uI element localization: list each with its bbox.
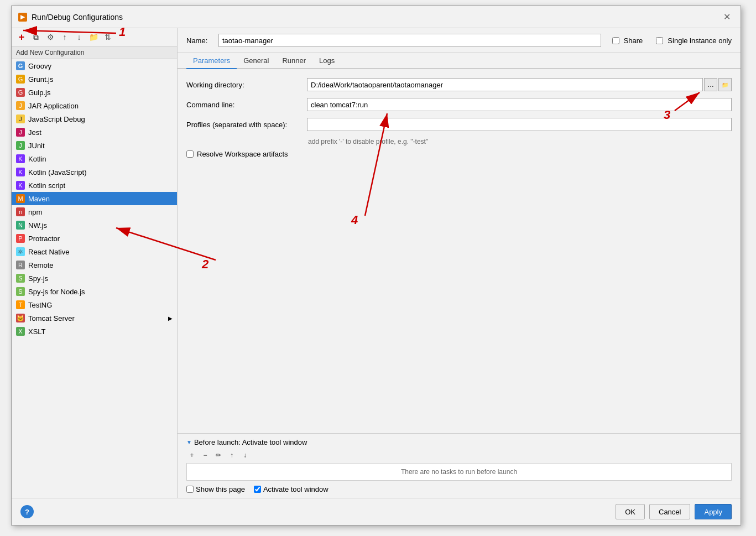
list-item-protractor[interactable]: P Protractor	[12, 232, 177, 245]
grunt-label: Grunt.js	[28, 75, 54, 84]
xslt-label: XSLT	[28, 327, 46, 336]
grunt-icon: G	[16, 75, 25, 84]
activate-tool-label: Activate tool window	[254, 485, 329, 493]
list-item-xslt[interactable]: X XSLT	[12, 325, 177, 338]
open-folder-button[interactable]: 📁	[87, 30, 100, 44]
before-launch-label: Before launch: Activate tool window	[194, 438, 307, 446]
activate-tool-checkbox[interactable]	[254, 486, 261, 493]
kotlin-js-label: Kotlin (JavaScript)	[28, 168, 86, 176]
tab-general[interactable]: General	[237, 53, 275, 69]
spy-js-node-icon: S	[16, 287, 25, 296]
list-item-spy-js-node[interactable]: S Spy-js for Node.js	[12, 285, 177, 298]
cancel-button[interactable]: Cancel	[649, 504, 690, 519]
show-page-checkbox[interactable]	[186, 486, 194, 493]
bl-edit-button[interactable]: ✏	[213, 450, 224, 461]
tomcat-icon: 🐱	[16, 314, 25, 322]
tab-logs[interactable]: Logs	[312, 53, 341, 69]
junit-label: JUnit	[28, 142, 45, 150]
close-button[interactable]: ✕	[720, 11, 734, 23]
junit-icon: J	[16, 141, 25, 150]
list-item-remote[interactable]: R Remote	[12, 258, 177, 272]
list-item-react-native[interactable]: ⚛ React Native	[12, 245, 177, 258]
title-bar: ▶ Run/Debug Configurations ✕	[12, 6, 741, 28]
help-button[interactable]: ?	[20, 505, 34, 518]
remote-label: Remote	[28, 261, 54, 269]
move-down-button[interactable]: ↓	[72, 30, 86, 44]
list-item-kotlin-js[interactable]: K Kotlin (JavaScript)	[12, 165, 177, 179]
run-debug-dialog: ▶ Run/Debug Configurations ✕ + ⧉ ⚙ ↑ ↓ 📁…	[11, 6, 741, 525]
left-panel: + ⧉ ⚙ ↑ ↓ 📁 ⇅ Add New Configuration G Gr…	[12, 28, 178, 498]
name-row: Name: Share Single instance only	[178, 28, 741, 53]
kotlin-label: Kotlin	[28, 155, 46, 163]
list-item-maven[interactable]: M Maven	[12, 192, 177, 205]
list-item-groovy[interactable]: G Groovy	[12, 59, 177, 72]
jar-icon: J	[16, 101, 25, 110]
protractor-label: Protractor	[28, 235, 60, 243]
tab-parameters[interactable]: Parameters	[186, 53, 237, 69]
gulp-label: Gulp.js	[28, 89, 50, 97]
share-checkbox[interactable]	[612, 37, 619, 44]
copy-config-button[interactable]: ⧉	[29, 30, 43, 44]
footer-buttons: OK Cancel Apply	[616, 504, 732, 519]
list-item-gulp[interactable]: G Gulp.js	[12, 86, 177, 99]
name-input[interactable]	[218, 34, 601, 47]
sort-button[interactable]: ⇅	[101, 30, 114, 44]
add-config-button[interactable]: +	[15, 30, 28, 44]
dialog-title: Run/Debug Configurations	[32, 13, 123, 22]
remote-icon: R	[16, 261, 25, 269]
working-directory-browse-btn[interactable]: …	[704, 78, 717, 91]
share-row: Share Single instance only	[612, 37, 732, 45]
working-directory-input[interactable]	[307, 78, 703, 91]
command-line-input[interactable]	[307, 98, 732, 111]
list-item-jest[interactable]: J Jest	[12, 126, 177, 139]
share-label: Share	[624, 37, 643, 45]
working-directory-folder-btn[interactable]: 📁	[718, 78, 732, 91]
kotlin-script-icon: K	[16, 181, 25, 190]
maven-icon: M	[16, 194, 25, 203]
resolve-artifacts-checkbox[interactable]	[186, 150, 194, 158]
ok-button[interactable]: OK	[616, 504, 645, 519]
bl-add-button[interactable]: +	[186, 450, 197, 461]
title-bar-left: ▶ Run/Debug Configurations	[18, 13, 123, 22]
profiles-input[interactable]	[307, 118, 732, 131]
resolve-artifacts-row: Resolve Workspace artifacts	[186, 150, 732, 158]
bl-up-button[interactable]: ↑	[226, 450, 237, 461]
tab-runner[interactable]: Runner	[275, 53, 312, 69]
list-item-kotlin-script[interactable]: K Kotlin script	[12, 179, 177, 192]
collapse-icon[interactable]: ▼	[186, 439, 192, 445]
list-item-jsdebug[interactable]: J JavaScript Debug	[12, 112, 177, 126]
single-instance-checkbox[interactable]	[656, 37, 663, 44]
show-page-label: Show this page	[186, 485, 245, 493]
config-settings-button[interactable]: ⚙	[44, 30, 57, 44]
protractor-icon: P	[16, 234, 25, 243]
npm-icon: n	[16, 207, 25, 216]
nw-icon: N	[16, 221, 25, 230]
list-item-npm[interactable]: n npm	[12, 205, 177, 218]
list-item-testng[interactable]: T TestNG	[12, 298, 177, 311]
dialog-body: + ⧉ ⚙ ↑ ↓ 📁 ⇅ Add New Configuration G Gr…	[12, 28, 741, 498]
apply-button[interactable]: Apply	[695, 504, 732, 519]
react-native-icon: ⚛	[16, 247, 25, 256]
xslt-icon: X	[16, 327, 25, 336]
bl-remove-button[interactable]: −	[200, 450, 211, 461]
kotlin-script-label: Kotlin script	[28, 181, 65, 190]
name-label: Name:	[186, 37, 214, 45]
bl-down-button[interactable]: ↓	[239, 450, 251, 461]
move-up-button[interactable]: ↑	[58, 30, 71, 44]
list-item-jar[interactable]: J JAR Application	[12, 99, 177, 112]
list-item-tomcat[interactable]: 🐱 Tomcat Server ▶	[12, 311, 177, 325]
list-item-junit[interactable]: J JUnit	[12, 139, 177, 152]
spy-js-icon: S	[16, 274, 25, 283]
list-item-spy-js[interactable]: S Spy-js	[12, 272, 177, 285]
nw-label: NW.js	[28, 221, 47, 230]
list-item-kotlin[interactable]: K Kotlin	[12, 152, 177, 165]
kotlin-js-icon: K	[16, 168, 25, 176]
before-launch-header: ▼ Before launch: Activate tool window	[186, 438, 732, 446]
list-item-nw[interactable]: N NW.js	[12, 218, 177, 232]
dialog-icon: ▶	[18, 13, 27, 22]
working-directory-label: Working directory:	[186, 81, 303, 89]
list-item-grunt[interactable]: G Grunt.js	[12, 72, 177, 86]
groovy-icon: G	[16, 61, 25, 70]
react-native-label: React Native	[28, 248, 69, 256]
jar-label: JAR Application	[28, 102, 79, 110]
